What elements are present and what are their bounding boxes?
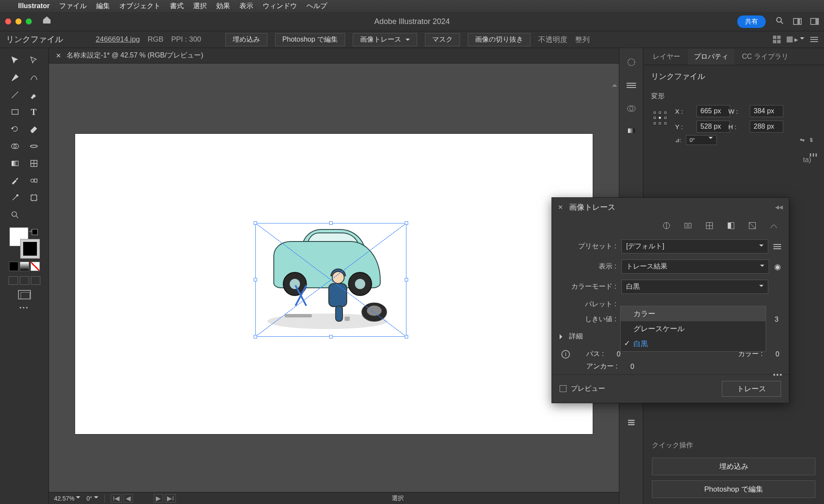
handle-se[interactable] [405, 335, 408, 338]
solid-color-chip[interactable] [9, 262, 18, 271]
edit-in-photoshop-button[interactable]: Photoshop で編集 [275, 33, 345, 46]
dropdown-option-color[interactable]: カラー [621, 306, 766, 321]
minimize-window-icon[interactable] [15, 18, 21, 24]
shapebuilder-tool-icon[interactable] [6, 138, 24, 154]
draw-behind-icon[interactable] [20, 276, 29, 285]
selected-image[interactable] [255, 223, 406, 337]
menu-edit[interactable]: 編集 [96, 2, 110, 11]
rotate-view-dropdown[interactable]: 0° [86, 495, 98, 502]
panel-menu-icon[interactable] [810, 37, 818, 42]
symbol-sprayer-tool-icon[interactable] [6, 190, 24, 206]
image-trace-panel[interactable]: ✕ 画像トレース ◀◀ プリセット : [デフォルト] 表示 : トレース結果 … [551, 197, 789, 403]
fill-stroke-swatch[interactable]: ⤾ [9, 227, 40, 258]
handle-nw[interactable] [254, 221, 257, 225]
flip-horizontal-icon[interactable]: ⇋ [800, 137, 805, 143]
tab-cc-libraries[interactable]: CC ライブラリ [736, 49, 794, 65]
menu-select[interactable]: 選択 [193, 2, 207, 11]
outline-icon[interactable] [768, 220, 779, 231]
handle-s[interactable] [329, 335, 333, 338]
menu-file[interactable]: ファイル [59, 2, 87, 11]
handle-e[interactable] [405, 278, 408, 281]
quick-embed-button[interactable]: 埋め込み [652, 458, 815, 475]
preset-select[interactable]: [デフォルト] [621, 239, 768, 254]
stroke-swatch[interactable] [21, 239, 39, 258]
quick-edit-photoshop-button[interactable]: Photoshop で編集 [652, 480, 815, 498]
embed-button[interactable]: 埋め込み [225, 33, 267, 46]
grid-icon[interactable] [773, 36, 781, 43]
pen-tool-icon[interactable] [6, 69, 24, 86]
angle-field[interactable]: 0° [686, 135, 717, 145]
menu-type[interactable]: 書式 [170, 2, 184, 11]
h-field[interactable]: 288 px [750, 121, 783, 133]
panel-toggle-icon[interactable] [810, 18, 819, 25]
trace-more-icon[interactable]: ••• [773, 371, 783, 379]
rectangle-tool-icon[interactable] [6, 104, 24, 120]
view-toggle-icon[interactable]: ◉ [774, 262, 781, 272]
mask-button[interactable]: マスク [425, 33, 460, 46]
menu-object[interactable]: オブジェクト [119, 2, 161, 11]
direct-selection-tool-icon[interactable] [25, 52, 43, 69]
gradient-chip[interactable] [20, 262, 29, 271]
home-icon[interactable] [42, 15, 52, 27]
high-color-icon[interactable] [682, 220, 694, 231]
gradient-tool-icon[interactable] [6, 155, 24, 172]
menu-help[interactable]: ヘルプ [306, 2, 327, 11]
handle-sw[interactable] [254, 335, 257, 338]
close-panel-icon[interactable]: ✕ [558, 204, 563, 211]
rotate-tool-icon[interactable] [6, 121, 24, 137]
scroll-up-icon[interactable] [612, 81, 617, 87]
artboard-navigation[interactable]: I◀◀ ▶▶I [111, 494, 176, 503]
appearance-panel-icon[interactable] [623, 57, 640, 68]
menubar-app[interactable]: Illustrator [18, 2, 50, 10]
zoom-tool-icon[interactable] [6, 207, 24, 223]
paintbrush-tool-icon[interactable] [25, 87, 43, 103]
menu-effect[interactable]: 効果 [216, 2, 230, 11]
tab-layers[interactable]: レイヤー [647, 49, 686, 65]
dropdown-option-bw[interactable]: 白黒 [621, 336, 766, 351]
type-tool-icon[interactable]: T [25, 104, 43, 120]
collapse-panel-icon[interactable]: ◀◀ [775, 204, 783, 210]
transparency-panel-icon[interactable] [623, 103, 640, 114]
menu-view[interactable]: 表示 [239, 2, 253, 11]
default-fill-stroke-icon[interactable] [32, 229, 38, 235]
draw-inside-icon[interactable] [31, 276, 40, 285]
w-field[interactable]: 384 px [750, 105, 783, 117]
trace-button[interactable]: トレース [722, 381, 781, 397]
line-tool-icon[interactable] [6, 87, 24, 103]
edit-toolbar-icon[interactable]: ••• [19, 305, 29, 311]
appearance-more-icon[interactable]: ••• [809, 153, 818, 159]
preview-checkbox[interactable]: プレビュー [560, 384, 605, 393]
eraser-tool-icon[interactable] [25, 121, 43, 137]
black-white-icon[interactable] [747, 220, 758, 231]
share-button[interactable]: 共有 [737, 15, 766, 28]
low-color-icon[interactable] [704, 220, 715, 231]
mesh-tool-icon[interactable] [25, 155, 43, 172]
zoom-level-dropdown[interactable]: 42.57% [54, 495, 80, 502]
handle-w[interactable] [254, 278, 257, 281]
colormode-select[interactable]: 白黒 [621, 280, 768, 294]
zoom-window-icon[interactable] [26, 18, 32, 24]
none-color-chip[interactable] [30, 262, 40, 271]
document-tab[interactable]: ✕ 名称未設定-1* @ 42.57 % (RGB/プレビュー) [49, 48, 619, 63]
grayscale-icon[interactable] [725, 220, 736, 231]
image-trace-dropdown[interactable]: 画像トレース [353, 33, 417, 46]
stroke-panel-icon[interactable] [623, 417, 640, 428]
handle-ne[interactable] [405, 221, 408, 225]
y-field[interactable]: 528 px [697, 121, 730, 133]
close-window-icon[interactable] [5, 18, 11, 24]
artboard-tool-icon[interactable] [25, 190, 43, 206]
x-field[interactable]: 665 px [697, 105, 730, 117]
menu-window[interactable]: ウィンドウ [263, 2, 297, 11]
handle-n[interactable] [329, 221, 333, 225]
selection-tool-icon[interactable] [6, 52, 24, 69]
artboard[interactable] [75, 134, 593, 434]
blend-tool-icon[interactable] [25, 172, 43, 189]
crop-image-button[interactable]: 画像の切り抜き [468, 33, 530, 46]
search-icon[interactable] [775, 16, 785, 27]
dropdown-option-grayscale[interactable]: グレースケール [621, 321, 766, 336]
align-label[interactable]: 整列 [575, 35, 590, 45]
layers-panel-icon[interactable] [623, 80, 640, 91]
reference-point-icon[interactable] [654, 112, 668, 126]
eyedropper-tool-icon[interactable] [6, 172, 24, 189]
opacity-label[interactable]: 不透明度 [538, 35, 567, 45]
